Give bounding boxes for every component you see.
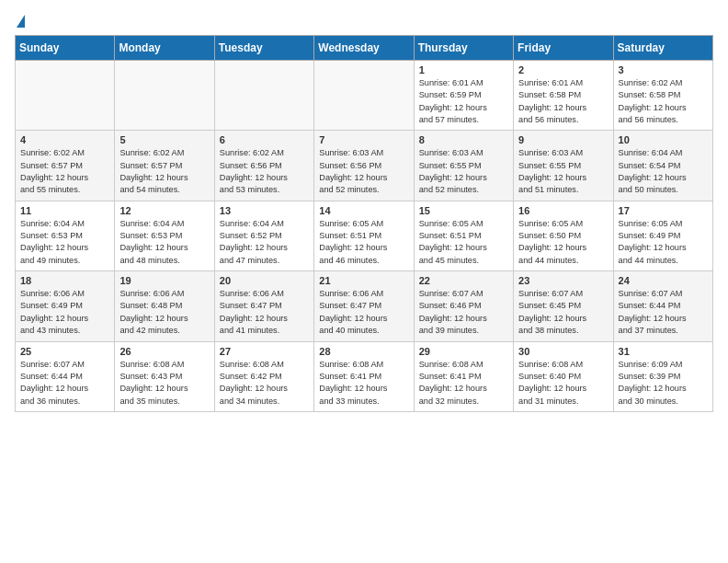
day-info: Sunrise: 6:07 AMSunset: 6:44 PMDaylight:…: [20, 359, 109, 408]
calendar-cell: 19Sunrise: 6:06 AMSunset: 6:48 PMDayligh…: [115, 271, 214, 341]
day-number: 13: [220, 205, 309, 216]
day-info: Sunrise: 6:09 AMSunset: 6:39 PMDaylight:…: [619, 359, 708, 408]
day-number: 2: [518, 64, 608, 75]
calendar-cell: 20Sunrise: 6:06 AMSunset: 6:47 PMDayligh…: [214, 271, 313, 341]
day-number: 26: [119, 346, 209, 357]
calendar-cell: 23Sunrise: 6:07 AMSunset: 6:45 PMDayligh…: [514, 271, 613, 341]
calendar-cell: [115, 61, 214, 131]
day-number: 31: [619, 346, 708, 357]
day-info: Sunrise: 6:02 AMSunset: 6:56 PMDaylight:…: [220, 147, 309, 196]
day-info: Sunrise: 6:07 AMSunset: 6:46 PMDaylight:…: [419, 288, 508, 337]
day-info: Sunrise: 6:08 AMSunset: 6:41 PMDaylight:…: [319, 359, 408, 408]
calendar-cell: [16, 61, 115, 131]
calendar-week-1: 1Sunrise: 6:01 AMSunset: 6:59 PMDaylight…: [16, 61, 713, 131]
day-info: Sunrise: 6:06 AMSunset: 6:49 PMDaylight:…: [20, 288, 109, 337]
calendar-week-2: 4Sunrise: 6:02 AMSunset: 6:57 PMDaylight…: [16, 131, 713, 201]
day-info: Sunrise: 6:08 AMSunset: 6:43 PMDaylight:…: [119, 359, 209, 408]
day-number: 8: [419, 134, 508, 145]
day-header-tuesday: Tuesday: [214, 36, 313, 61]
day-header-friday: Friday: [514, 36, 613, 61]
day-info: Sunrise: 6:08 AMSunset: 6:42 PMDaylight:…: [220, 359, 309, 408]
day-info: Sunrise: 6:05 AMSunset: 6:50 PMDaylight:…: [518, 218, 608, 267]
day-header-wednesday: Wednesday: [314, 36, 414, 61]
calendar-cell: 21Sunrise: 6:06 AMSunset: 6:47 PMDayligh…: [314, 271, 414, 341]
calendar-week-5: 25Sunrise: 6:07 AMSunset: 6:44 PMDayligh…: [16, 341, 713, 411]
day-info: Sunrise: 6:08 AMSunset: 6:41 PMDaylight:…: [419, 359, 508, 408]
day-info: Sunrise: 6:07 AMSunset: 6:44 PMDaylight:…: [619, 288, 708, 337]
calendar-cell: [314, 61, 414, 131]
day-info: Sunrise: 6:04 AMSunset: 6:53 PMDaylight:…: [20, 218, 109, 267]
day-info: Sunrise: 6:06 AMSunset: 6:47 PMDaylight:…: [319, 288, 408, 337]
day-info: Sunrise: 6:04 AMSunset: 6:54 PMDaylight:…: [619, 147, 708, 196]
calendar-cell: 2Sunrise: 6:01 AMSunset: 6:58 PMDaylight…: [514, 61, 613, 131]
calendar-cell: 25Sunrise: 6:07 AMSunset: 6:44 PMDayligh…: [16, 341, 115, 411]
day-number: 17: [619, 205, 708, 216]
day-info: Sunrise: 6:05 AMSunset: 6:51 PMDaylight:…: [319, 218, 408, 267]
calendar-header-row: SundayMondayTuesdayWednesdayThursdayFrid…: [16, 36, 713, 61]
day-info: Sunrise: 6:05 AMSunset: 6:51 PMDaylight:…: [419, 218, 508, 267]
day-info: Sunrise: 6:02 AMSunset: 6:57 PMDaylight:…: [119, 147, 209, 196]
logo: [15, 15, 25, 28]
calendar-week-4: 18Sunrise: 6:06 AMSunset: 6:49 PMDayligh…: [16, 271, 713, 341]
day-number: 25: [20, 346, 109, 357]
calendar-cell: 31Sunrise: 6:09 AMSunset: 6:39 PMDayligh…: [613, 341, 712, 411]
day-number: 30: [518, 346, 608, 357]
calendar-cell: 8Sunrise: 6:03 AMSunset: 6:55 PMDaylight…: [414, 131, 513, 201]
day-info: Sunrise: 6:05 AMSunset: 6:49 PMDaylight:…: [619, 218, 708, 267]
calendar-cell: [214, 61, 313, 131]
day-number: 23: [518, 275, 608, 286]
calendar-cell: 11Sunrise: 6:04 AMSunset: 6:53 PMDayligh…: [16, 201, 115, 270]
calendar-cell: 24Sunrise: 6:07 AMSunset: 6:44 PMDayligh…: [613, 271, 712, 341]
day-info: Sunrise: 6:03 AMSunset: 6:56 PMDaylight:…: [319, 147, 408, 196]
day-number: 3: [619, 64, 708, 75]
day-info: Sunrise: 6:07 AMSunset: 6:45 PMDaylight:…: [518, 288, 608, 337]
day-number: 5: [119, 134, 209, 145]
calendar-cell: 30Sunrise: 6:08 AMSunset: 6:40 PMDayligh…: [514, 341, 613, 411]
day-number: 9: [518, 134, 608, 145]
calendar-cell: 9Sunrise: 6:03 AMSunset: 6:55 PMDaylight…: [514, 131, 613, 201]
calendar-cell: 4Sunrise: 6:02 AMSunset: 6:57 PMDaylight…: [16, 131, 115, 201]
day-header-sunday: Sunday: [16, 36, 115, 61]
day-header-monday: Monday: [115, 36, 214, 61]
day-header-saturday: Saturday: [613, 36, 712, 61]
day-info: Sunrise: 6:03 AMSunset: 6:55 PMDaylight:…: [518, 147, 608, 196]
day-number: 22: [419, 275, 508, 286]
day-info: Sunrise: 6:04 AMSunset: 6:53 PMDaylight:…: [119, 218, 209, 267]
calendar-cell: 15Sunrise: 6:05 AMSunset: 6:51 PMDayligh…: [414, 201, 513, 270]
calendar-cell: 27Sunrise: 6:08 AMSunset: 6:42 PMDayligh…: [214, 341, 313, 411]
day-info: Sunrise: 6:04 AMSunset: 6:52 PMDaylight:…: [220, 218, 309, 267]
calendar-cell: 14Sunrise: 6:05 AMSunset: 6:51 PMDayligh…: [314, 201, 414, 270]
day-number: 28: [319, 346, 408, 357]
day-info: Sunrise: 6:06 AMSunset: 6:48 PMDaylight:…: [119, 288, 209, 337]
calendar-cell: 1Sunrise: 6:01 AMSunset: 6:59 PMDaylight…: [414, 61, 513, 131]
day-number: 10: [619, 134, 708, 145]
page-header: [15, 15, 713, 28]
day-info: Sunrise: 6:02 AMSunset: 6:57 PMDaylight:…: [20, 147, 109, 196]
calendar-cell: 6Sunrise: 6:02 AMSunset: 6:56 PMDaylight…: [214, 131, 313, 201]
calendar-cell: 13Sunrise: 6:04 AMSunset: 6:52 PMDayligh…: [214, 201, 313, 270]
day-number: 24: [619, 275, 708, 286]
calendar-cell: 28Sunrise: 6:08 AMSunset: 6:41 PMDayligh…: [314, 341, 414, 411]
day-info: Sunrise: 6:02 AMSunset: 6:58 PMDaylight:…: [619, 77, 708, 126]
calendar-week-3: 11Sunrise: 6:04 AMSunset: 6:53 PMDayligh…: [16, 201, 713, 270]
day-info: Sunrise: 6:06 AMSunset: 6:47 PMDaylight:…: [220, 288, 309, 337]
day-number: 21: [319, 275, 408, 286]
calendar-cell: 12Sunrise: 6:04 AMSunset: 6:53 PMDayligh…: [115, 201, 214, 270]
calendar-cell: 5Sunrise: 6:02 AMSunset: 6:57 PMDaylight…: [115, 131, 214, 201]
day-number: 14: [319, 205, 408, 216]
day-number: 1: [419, 64, 508, 75]
calendar-cell: 29Sunrise: 6:08 AMSunset: 6:41 PMDayligh…: [414, 341, 513, 411]
calendar-cell: 26Sunrise: 6:08 AMSunset: 6:43 PMDayligh…: [115, 341, 214, 411]
day-number: 16: [518, 205, 608, 216]
calendar-cell: 10Sunrise: 6:04 AMSunset: 6:54 PMDayligh…: [613, 131, 712, 201]
day-number: 4: [20, 134, 109, 145]
calendar-cell: 16Sunrise: 6:05 AMSunset: 6:50 PMDayligh…: [514, 201, 613, 270]
day-number: 27: [220, 346, 309, 357]
day-number: 18: [20, 275, 109, 286]
calendar-cell: 3Sunrise: 6:02 AMSunset: 6:58 PMDaylight…: [613, 61, 712, 131]
calendar-cell: 7Sunrise: 6:03 AMSunset: 6:56 PMDaylight…: [314, 131, 414, 201]
day-info: Sunrise: 6:01 AMSunset: 6:59 PMDaylight:…: [419, 77, 508, 126]
day-header-thursday: Thursday: [414, 36, 513, 61]
day-number: 12: [119, 205, 209, 216]
day-number: 15: [419, 205, 508, 216]
